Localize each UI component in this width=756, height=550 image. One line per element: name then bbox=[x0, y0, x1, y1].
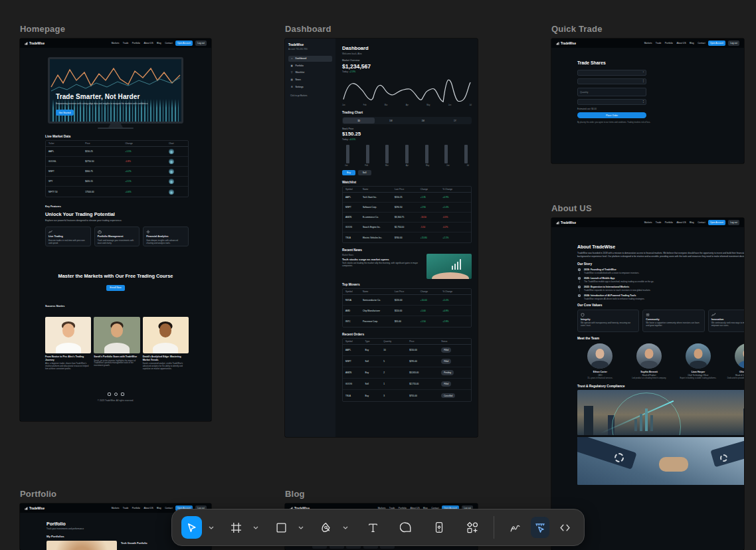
table-row[interactable]: TSLAElectric Vehicles Inc.$760.00+15.80+… bbox=[343, 232, 471, 242]
table-row[interactable]: INTCProcessor Corp.$55.00+1.50+2.8% bbox=[343, 316, 471, 327]
about-us-frame[interactable]: TradeWise Markets Trade Portfolio About … bbox=[551, 218, 744, 550]
tab-1w[interactable]: 1W bbox=[375, 118, 407, 124]
chevron-down-icon[interactable] bbox=[208, 516, 215, 539]
nav-link-blog[interactable]: Blog bbox=[690, 221, 694, 224]
tab-1y[interactable]: 1Y bbox=[439, 118, 471, 124]
logout-button[interactable]: Log out bbox=[728, 41, 739, 45]
tab-1d[interactable]: 1D bbox=[343, 118, 375, 124]
frame-label-about-us[interactable]: About US bbox=[551, 203, 592, 213]
table-row[interactable]: AAPLBuy10$150.00Filled bbox=[343, 345, 471, 356]
nav-link-about[interactable]: About US bbox=[676, 221, 686, 224]
frame-label-portfolio[interactable]: Portfolio bbox=[20, 489, 56, 499]
story-card[interactable]: Sarah's Portfolio Soars with TradeWise S… bbox=[94, 317, 140, 371]
open-account-button[interactable]: Open Account bbox=[708, 220, 725, 225]
dashboard-frame[interactable]: TradeWise Account: TID-436-7890 ⌂Dashboa… bbox=[285, 39, 478, 437]
nav-link-trade[interactable]: Trade bbox=[123, 42, 129, 45]
quick-trade-frame[interactable]: TradeWise Markets Trade Portfolio About … bbox=[551, 39, 744, 163]
open-account-button[interactable]: Open Account bbox=[175, 41, 193, 45]
brand-logo[interactable]: TradeWise bbox=[556, 42, 576, 45]
prototype-tool-button[interactable] bbox=[429, 516, 450, 539]
nav-link-portfolio[interactable]: Portfolio bbox=[132, 42, 140, 45]
chevron-down-icon[interactable] bbox=[252, 516, 260, 539]
table-row[interactable]: AMZNE-commerce Co.$3,300.75-16.50-0.5% bbox=[343, 213, 471, 223]
logout-button[interactable]: Log out bbox=[728, 220, 739, 225]
feature-card[interactable]: Financial Analytics Gain deeper insights… bbox=[143, 227, 189, 246]
buy-button[interactable]: Buy bbox=[342, 170, 355, 175]
chevron-down-icon[interactable] bbox=[297, 516, 304, 539]
nav-link-trade[interactable]: Trade bbox=[656, 42, 662, 45]
text-tool-button[interactable] bbox=[363, 516, 384, 539]
table-row[interactable]: NVDASemiconductor Co.$220.00+10.00+5.0% bbox=[343, 295, 471, 306]
brand-logo[interactable]: TradeWise bbox=[25, 42, 45, 45]
nav-link-contact[interactable]: Contact bbox=[698, 221, 705, 224]
table-row[interactable]: AAPL$150.25+1.5% bbox=[46, 147, 188, 157]
nav-link-contact[interactable]: Contact bbox=[165, 507, 172, 509]
draw-mode-button[interactable] bbox=[506, 517, 525, 538]
sell-button[interactable]: Sell bbox=[358, 170, 371, 175]
sidebar-item-settings[interactable]: ⚙Settings bbox=[288, 84, 332, 90]
nav-link-contact[interactable]: Contact bbox=[165, 42, 172, 45]
order-type-select[interactable]: ▴▾ bbox=[577, 78, 646, 84]
tab-1m[interactable]: 1M bbox=[407, 118, 439, 124]
frame-label-dashboard[interactable]: Dashboard bbox=[285, 24, 331, 34]
table-row[interactable]: AAPLTech Giant Inc.$150.25+1.35+0.9% bbox=[343, 193, 471, 203]
sidebar-item-dashboard[interactable]: ⌂Dashboard bbox=[288, 56, 332, 62]
frame-tool-button[interactable] bbox=[226, 516, 246, 539]
feature-card[interactable]: Live Trading Execute trades in real-time… bbox=[45, 227, 91, 246]
table-row[interactable]: MSFTSoftware Corp.$290.50+2.90+1.0% bbox=[343, 203, 471, 213]
instagram-icon[interactable] bbox=[121, 393, 124, 396]
resources-tool-button[interactable] bbox=[462, 516, 482, 539]
shape-tool-button[interactable] bbox=[271, 516, 292, 539]
brand-logo[interactable]: TradeWise bbox=[556, 221, 576, 225]
table-row[interactable]: GOOGSearch Engine Inc.$2,750.00-5.50-0.2… bbox=[343, 223, 471, 232]
nav-link-markets[interactable]: Markets bbox=[112, 42, 120, 45]
homepage-frame[interactable]: TradeWise Markets Trade Portfolio About … bbox=[20, 39, 211, 421]
nav-link-markets[interactable]: Markets bbox=[644, 42, 652, 45]
frame-label-quick-trade[interactable]: Quick Trade bbox=[551, 24, 603, 34]
sidebar-item-news[interactable]: ▤News bbox=[288, 77, 332, 83]
table-row[interactable]: TSLABuy3$755.00Cancelled bbox=[343, 390, 471, 401]
brand-logo[interactable]: TradeWise bbox=[25, 507, 45, 510]
story-card[interactable]: From Novice to Pro: Alex's Trading Journ… bbox=[45, 317, 91, 371]
value-card[interactable]: Innovation We continuously seek new ways… bbox=[708, 310, 744, 332]
sidebar-item-portfolio[interactable]: ▣Portfolio bbox=[288, 62, 332, 68]
feature-card[interactable]: Portfolio Management Track and manage yo… bbox=[94, 227, 140, 246]
logout-button[interactable]: Log out bbox=[195, 41, 207, 45]
frame-label-homepage[interactable]: Homepage bbox=[20, 24, 65, 34]
news-item[interactable]: Market News Tech stocks surge as market … bbox=[342, 254, 472, 279]
price-stepper[interactable]: ▴▾ bbox=[577, 99, 646, 105]
nav-link-contact[interactable]: Contact bbox=[698, 42, 705, 45]
nav-link-blog[interactable]: Blog bbox=[157, 42, 161, 45]
nav-link-about[interactable]: About US bbox=[676, 42, 686, 45]
comment-tool-button[interactable] bbox=[396, 516, 417, 539]
nav-link-trade[interactable]: Trade bbox=[123, 507, 129, 509]
table-row[interactable]: NIFTY 5017500.00+0.6% bbox=[46, 187, 188, 197]
facebook-icon[interactable] bbox=[114, 393, 118, 396]
frame-label-blog[interactable]: Blog bbox=[285, 489, 305, 499]
nav-link-markets[interactable]: Markets bbox=[112, 507, 120, 509]
code-mode-button[interactable] bbox=[555, 517, 575, 538]
symbol-select[interactable]: ▾ bbox=[577, 70, 646, 76]
open-account-button[interactable]: Open Account bbox=[708, 41, 725, 45]
nav-link-portfolio[interactable]: Portfolio bbox=[665, 221, 673, 224]
value-card[interactable]: Integrity We operate with transparency a… bbox=[577, 310, 639, 332]
table-row[interactable]: MSFT$300.75+0.2% bbox=[46, 167, 188, 177]
enroll-now-button[interactable]: Enroll Now bbox=[106, 285, 124, 291]
story-card[interactable]: David's Analytical Edge: Mastering Marke… bbox=[143, 317, 189, 371]
place-order-button[interactable]: Place Order bbox=[577, 112, 646, 118]
table-row[interactable]: GOOGSell1$2,755.00Filled bbox=[343, 379, 471, 390]
table-row[interactable]: AMDChip Manufacturer$110.00+5.00+4.8% bbox=[343, 306, 471, 316]
table-row[interactable]: AMZNBuy2$3,305.00Pending bbox=[343, 367, 471, 379]
nav-link-portfolio[interactable]: Portfolio bbox=[132, 507, 140, 509]
pen-tool-button[interactable] bbox=[316, 516, 336, 539]
inspect-mode-button[interactable] bbox=[531, 517, 550, 538]
table-row[interactable]: MSFTSell5$295.00Filled bbox=[343, 356, 471, 367]
move-tool-button[interactable] bbox=[181, 516, 202, 539]
nav-link-trade[interactable]: Trade bbox=[656, 221, 662, 224]
go-to-markets-link[interactable]: Click to go Markets bbox=[288, 94, 332, 97]
value-card[interactable]: Community We foster a supportive communi… bbox=[642, 310, 704, 332]
nav-link-about[interactable]: About US bbox=[143, 42, 153, 45]
twitter-icon[interactable] bbox=[108, 393, 111, 396]
nav-link-blog[interactable]: Blog bbox=[157, 507, 161, 509]
chevron-down-icon[interactable] bbox=[342, 516, 349, 539]
